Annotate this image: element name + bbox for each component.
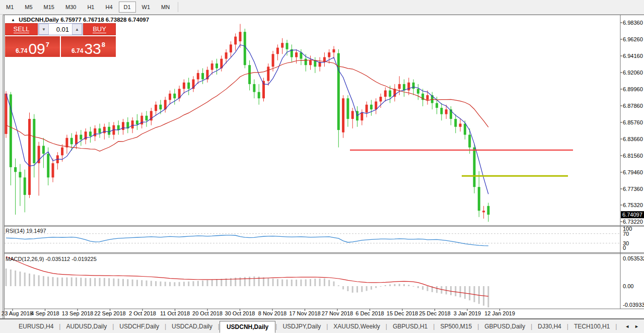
chart-ohlc-values: 6.75977 6.76718 6.73828 6.74097 [60, 17, 149, 23]
chart-symbol-period: USDCNH,Daily [19, 17, 59, 23]
sell-button[interactable]: SELL [5, 23, 38, 35]
buy-button[interactable]: BUY [83, 23, 116, 35]
svg-text:6.94160: 6.94160 [623, 53, 643, 59]
svg-text:6.98360: 6.98360 [623, 20, 643, 26]
timeframe-h4[interactable]: H4 [100, 2, 117, 13]
tabs-scroll-left-icon[interactable]: ◄ [625, 324, 629, 329]
svg-text:3 Jan 2019: 3 Jan 2019 [454, 310, 481, 316]
svg-text:6.83660: 6.83660 [623, 136, 643, 142]
svg-text:0.053532: 0.053532 [623, 255, 644, 261]
timeframe-m5[interactable]: M5 [20, 2, 37, 13]
tab-gbpusd-h1[interactable]: GBPUSD,H1 [387, 321, 433, 332]
svg-text:6.85760: 6.85760 [623, 119, 643, 125]
svg-text:6.77360: 6.77360 [623, 186, 643, 192]
svg-text:27 Nov 2018: 27 Nov 2018 [322, 310, 353, 316]
svg-text:6.81560: 6.81560 [623, 153, 643, 159]
svg-text:2 Oct 2018: 2 Oct 2018 [129, 310, 156, 316]
tab-dj30-h4[interactable]: DJ30,H4 [532, 321, 567, 332]
sell-price-big: 09 [28, 42, 45, 55]
tab-xauusd-weekly[interactable]: XAUUSD,Weekly [328, 321, 385, 332]
chart-tab-bar: EURUSD,H4|AUDUSD,Daily|USDCHF,Daily|USDC… [0, 319, 644, 333]
svg-text:70: 70 [623, 231, 629, 237]
volume-decrease-icon[interactable]: ▼ [39, 24, 49, 35]
svg-text:20 Oct 2018: 20 Oct 2018 [192, 310, 223, 316]
buy-price-sup: 8 [102, 41, 105, 48]
svg-text:6.73220: 6.73220 [623, 219, 643, 225]
chart-tab-strip: EURUSD,H4|AUDUSD,Daily|USDCHF,Daily|USDC… [0, 319, 620, 333]
svg-text:30 Oct 2018: 30 Oct 2018 [225, 310, 255, 316]
svg-text:6.74097: 6.74097 [622, 212, 642, 218]
timeframe-d1[interactable]: D1 [119, 2, 136, 13]
timeframe-m30[interactable]: M30 [60, 2, 81, 13]
timeframe-h1[interactable]: H1 [82, 2, 99, 13]
svg-text:4 Sep 2018: 4 Sep 2018 [31, 310, 59, 316]
svg-text:23 Aug 2018: 23 Aug 2018 [2, 310, 33, 316]
svg-text:0.00: 0.00 [623, 283, 633, 289]
svg-text:6.96260: 6.96260 [623, 36, 643, 42]
svg-text:6 Dec 2018: 6 Dec 2018 [355, 310, 384, 316]
tab-eurusd-h4[interactable]: EURUSD,H4 [13, 321, 59, 332]
volume-increase-icon[interactable]: ▲ [72, 24, 82, 35]
svg-text:22 Sep 2018: 22 Sep 2018 [94, 310, 125, 316]
tab-usdcad-daily[interactable]: USDCAD,Daily [166, 321, 218, 332]
tab-usdjpy-daily[interactable]: USDJPY,Daily [277, 321, 326, 332]
buy-price-tile[interactable]: 6.74 33 8 [61, 36, 116, 57]
tab-audusd-daily[interactable]: AUDUSD,Daily [60, 321, 112, 332]
sell-price-prefix: 6.74 [16, 47, 27, 54]
timeframe-toolbar: M1M5M15M30H1H4D1W1MN [0, 0, 644, 15]
tabs-scroll-right-icon[interactable]: ► [634, 324, 639, 329]
svg-text:17 Nov 2018: 17 Nov 2018 [289, 310, 320, 316]
volume-input[interactable]: 0.01 [49, 24, 72, 35]
collapse-trade-panel-icon[interactable]: ▲ [11, 18, 15, 22]
svg-text:6.79460: 6.79460 [623, 169, 643, 175]
timeframe-mn[interactable]: MN [156, 2, 175, 13]
buy-price-prefix: 6.74 [71, 47, 83, 54]
timeframe-w1[interactable]: W1 [137, 2, 156, 13]
date-axis[interactable]: 23 Aug 20184 Sep 201813 Sep 201822 Sep 2… [2, 309, 515, 316]
svg-text:6.87860: 6.87860 [623, 103, 643, 109]
svg-text:13 Sep 2018: 13 Sep 2018 [62, 310, 93, 316]
buy-price-big: 33 [84, 42, 101, 55]
tab-tech100-h1[interactable]: TECH100,H1 [568, 321, 615, 332]
svg-text:15 Dec 2018: 15 Dec 2018 [387, 310, 418, 316]
svg-text:-0.039333: -0.039333 [623, 302, 644, 308]
svg-text:6.89960: 6.89960 [623, 86, 643, 92]
sell-price-sup: 7 [46, 41, 49, 48]
sell-price-tile[interactable]: 6.74 09 7 [5, 36, 60, 57]
timeframe-m15[interactable]: M15 [39, 2, 59, 13]
timeframe-m1[interactable]: M1 [1, 2, 19, 13]
tab-sp500-m15[interactable]: SP500,M15 [435, 321, 477, 332]
svg-text:25 Dec 2018: 25 Dec 2018 [419, 310, 450, 316]
tab-usdchf-daily[interactable]: USDCHF,Daily [114, 321, 165, 332]
svg-text:8 Nov 2018: 8 Nov 2018 [258, 310, 287, 316]
svg-text:6.92060: 6.92060 [623, 70, 643, 76]
rsi-indicator-label: RSI(14) 19.1497 [6, 228, 46, 234]
svg-text:12 Jan 2019: 12 Jan 2019 [484, 310, 515, 316]
one-click-trading-panel: SELL ▼ 0.01 ▲ BUY 6.74 09 7 6.74 33 8 [5, 23, 116, 57]
svg-text:0: 0 [623, 245, 626, 251]
volume-stepper: ▼ 0.01 ▲ [38, 23, 83, 35]
tab-gbpusd-daily[interactable]: GBPUSD,Daily [479, 321, 531, 332]
toolbar-separator [178, 2, 178, 12]
tab-usdcnh-daily[interactable]: USDCNH,Daily [220, 321, 275, 333]
svg-text:6.75320: 6.75320 [623, 202, 643, 208]
chart-title: ▲ USDCNH,Daily 6.75977 6.76718 6.73828 6… [11, 17, 149, 23]
macd-indicator-label: MACD(12,26,9) -0.035112 -0.019225 [6, 256, 97, 262]
svg-text:11 Oct 2018: 11 Oct 2018 [160, 310, 190, 316]
